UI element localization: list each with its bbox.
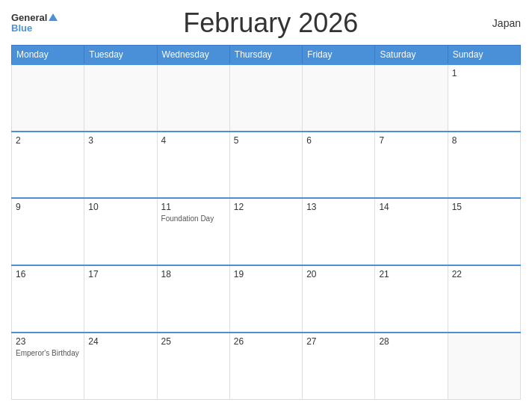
- calendar-cell: 15: [448, 198, 520, 265]
- day-number: 17: [88, 269, 152, 279]
- calendar-cell: 24: [84, 333, 157, 400]
- day-number: 24: [88, 336, 152, 347]
- calendar-cell: [12, 64, 84, 132]
- day-number: 7: [379, 135, 443, 146]
- day-number: 19: [234, 269, 298, 279]
- calendar-cell: 9: [12, 198, 84, 265]
- calendar-cell: 1: [448, 64, 520, 132]
- calendar-week-5: 23Emperor's Birthday2425262728: [12, 333, 521, 400]
- calendar-cell: [375, 64, 448, 132]
- calendar-week-4: 16171819202122: [12, 265, 521, 333]
- calendar-cell: [448, 333, 520, 400]
- calendar-cell: 13: [303, 198, 375, 265]
- calendar-cell: 5: [229, 132, 302, 199]
- days-header-row: Monday Tuesday Wednesday Thursday Friday…: [12, 46, 521, 65]
- calendar-cell: 16: [12, 265, 84, 333]
- header-thursday: Thursday: [229, 46, 302, 65]
- header-friday: Friday: [303, 46, 375, 65]
- day-number: 26: [234, 336, 298, 347]
- day-number: 14: [379, 202, 443, 212]
- calendar-cell: 2: [12, 132, 84, 199]
- calendar-cell: 27: [303, 333, 375, 400]
- logo-general-text: General: [11, 13, 58, 23]
- logo: General Blue: [11, 13, 58, 34]
- calendar-cell: 19: [229, 265, 302, 333]
- calendar-cell: 10: [84, 198, 157, 265]
- logo-triangle-icon: [49, 13, 58, 21]
- calendar-cell: 12: [229, 198, 302, 265]
- holiday-label: Emperor's Birthday: [16, 349, 80, 357]
- calendar-cell: 21: [375, 265, 448, 333]
- day-number: 28: [379, 336, 443, 347]
- calendar-cell: 3: [84, 132, 157, 199]
- calendar-page: General Blue February 2026 Japan Monday …: [0, 0, 532, 411]
- day-number: 4: [161, 135, 226, 146]
- header-saturday: Saturday: [375, 46, 448, 65]
- calendar-cell: 4: [157, 132, 229, 199]
- calendar-cell: 11Foundation Day: [157, 198, 229, 265]
- day-number: 16: [16, 269, 80, 279]
- calendar-cell: 25: [157, 333, 229, 400]
- day-number: 25: [161, 336, 226, 347]
- day-number: 27: [306, 336, 371, 347]
- day-number: 18: [161, 269, 226, 279]
- day-number: 2: [16, 135, 80, 146]
- calendar-week-3: 91011Foundation Day12131415: [12, 198, 521, 265]
- calendar-cell: 7: [375, 132, 448, 199]
- calendar-cell: 8: [448, 132, 520, 199]
- calendar-cell: [157, 64, 229, 132]
- day-number: 11: [161, 202, 226, 212]
- calendar-cell: 22: [448, 265, 520, 333]
- calendar-title: February 2026: [58, 7, 483, 39]
- holiday-label: Foundation Day: [161, 214, 226, 223]
- day-number: 12: [234, 202, 298, 212]
- header-sunday: Sunday: [448, 46, 520, 65]
- calendar-cell: 17: [84, 265, 157, 333]
- day-number: 10: [88, 202, 152, 212]
- calendar-week-1: 1: [12, 64, 521, 132]
- calendar-cell: 28: [375, 333, 448, 400]
- calendar-cell: [229, 64, 302, 132]
- calendar-cell: 20: [303, 265, 375, 333]
- header-tuesday: Tuesday: [84, 46, 157, 65]
- calendar-cell: 26: [229, 333, 302, 400]
- day-number: 21: [379, 269, 443, 279]
- header-wednesday: Wednesday: [157, 46, 229, 65]
- calendar-cell: 23Emperor's Birthday: [12, 333, 84, 400]
- header-monday: Monday: [12, 46, 84, 65]
- day-number: 15: [452, 202, 516, 212]
- day-number: 8: [452, 135, 516, 146]
- day-number: 1: [452, 68, 516, 78]
- header: General Blue February 2026 Japan: [11, 7, 521, 39]
- calendar-cell: 14: [375, 198, 448, 265]
- calendar-cell: 6: [303, 132, 375, 199]
- country-label: Japan: [483, 17, 521, 29]
- logo-blue-text: Blue: [11, 23, 32, 34]
- day-number: 6: [306, 135, 371, 146]
- calendar-cell: [303, 64, 375, 132]
- day-number: 5: [234, 135, 298, 146]
- calendar-cell: [84, 64, 157, 132]
- day-number: 9: [16, 202, 80, 212]
- calendar-table: Monday Tuesday Wednesday Thursday Friday…: [11, 45, 521, 400]
- day-number: 23: [16, 336, 80, 347]
- day-number: 13: [306, 202, 371, 212]
- day-number: 22: [452, 269, 516, 279]
- calendar-cell: 18: [157, 265, 229, 333]
- day-number: 3: [88, 135, 152, 146]
- calendar-week-2: 2345678: [12, 132, 521, 199]
- day-number: 20: [306, 269, 371, 279]
